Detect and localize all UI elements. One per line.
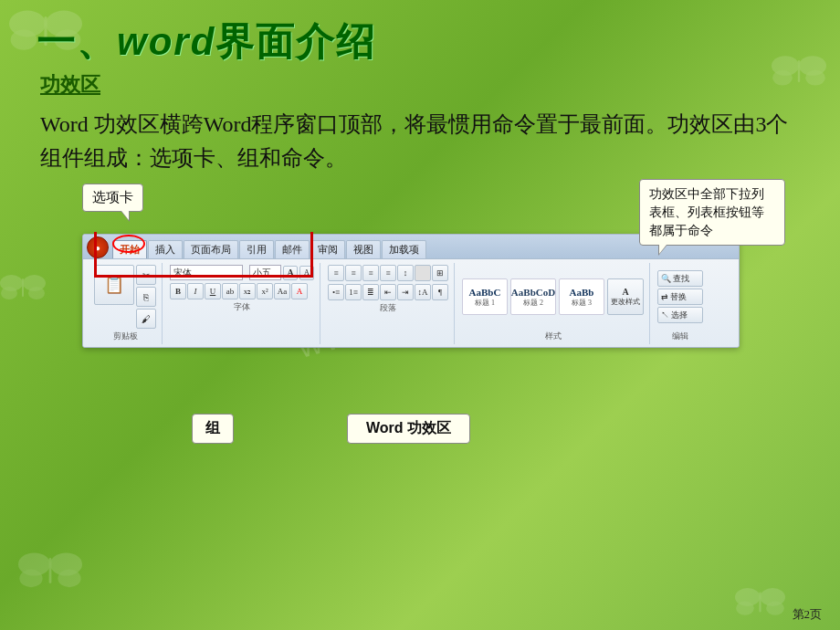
yangshi-label: 样式 [545,331,562,342]
bullet-list-button[interactable]: •≡ [328,284,344,300]
style-sample-heading3-preview: AaBb [570,287,594,298]
show-hide-button[interactable]: ¶ [432,284,448,300]
paragraph-list-row: •≡ 1≡ ≣ ⇤ ⇥ ↕A ¶ [328,284,448,300]
ribbon-tab-jiazaixiang[interactable]: 加载项 [382,240,426,258]
font-format-row: B I U ab x₂ x² Aa A [170,283,314,299]
ribbon-group-bianji: 🔍 查找 ⇄ 替换 ↖ 选择 编辑 [652,263,709,344]
style-samples-row: AaBbC 标题 1 AaBbCoD 标题 2 AaBb 标题 3 A [462,265,644,329]
clear-format-button[interactable]: Aa [274,283,290,299]
ribbon-tab-shenyue[interactable]: 审阅 [310,240,345,258]
title-word-en: word [117,20,215,63]
numbered-list-button[interactable]: 1≡ [345,284,362,300]
paragraph-align-row: ≡ ≡ ≡ ≡ ↕ ⊞ [328,265,448,281]
label-zu: 组 [192,414,234,444]
paragraph-controls: ≡ ≡ ≡ ≡ ↕ ⊞ •≡ 1≡ ≣ ⇤ [328,265,448,300]
replace-button[interactable]: ⇄ 替换 [657,289,703,305]
style-sample-heading3[interactable]: AaBb 标题 3 [559,278,604,315]
select-button[interactable]: ↖ 选择 [657,307,703,323]
style-sample-heading3-label: 标题 3 [572,298,592,308]
change-styles-label: 更改样式 [611,297,640,307]
sort-button[interactable]: ↕A [415,284,431,300]
indent-increase-button[interactable]: ⇥ [397,284,414,300]
underline-button[interactable]: U [205,283,221,299]
strikethrough-button[interactable]: ab [222,283,238,299]
page-title: 一、word界面介绍 [37,16,803,68]
font-color-button[interactable]: A [291,283,308,299]
change-styles-button[interactable]: A 更改样式 [607,278,644,315]
indent-decrease-button[interactable]: ⇤ [380,284,396,300]
ribbon-group-yangshi: AaBbC 标题 1 AaBbCoD 标题 2 AaBb 标题 3 A [457,263,650,344]
align-left-button[interactable]: ≡ [328,265,344,281]
style-sample-heading2-preview: AaBbCoD [511,287,555,298]
ribbon-group-duanluo: ≡ ≡ ≡ ≡ ↕ ⊞ •≡ 1≡ ≣ ⇤ [322,263,455,344]
diagram-area: 功效区中全部下拉列表框、列表框按钮等都属于命令 选项卡 ● 开始 插入 页面布局… [37,188,803,453]
duanluo-label: 段落 [380,302,396,314]
border-button[interactable]: ⊞ [432,265,448,281]
align-center-button[interactable]: ≡ [345,265,362,281]
find-button[interactable]: 🔍 查找 [657,270,703,287]
bianji-label: 编辑 [672,331,688,342]
align-justify-button[interactable]: ≡ [380,265,396,281]
title-prefix: 一、 [37,20,117,63]
shading-button[interactable] [415,265,431,281]
style-sample-heading1-preview: AaBbC [469,287,501,298]
style-sample-heading2[interactable]: AaBbCoD 标题 2 [510,278,556,315]
superscript-button[interactable]: x² [257,283,273,299]
subscript-button[interactable]: x₂ [239,283,256,299]
subtitle: 功效区 [40,71,803,99]
ziti-label: 字体 [234,301,250,313]
copy-button[interactable]: ⎘ [136,287,156,307]
style-sample-heading2-label: 标题 2 [523,298,543,308]
callout-xuanxiangka: 选项卡 [82,184,143,212]
change-styles-icon: A [622,287,628,297]
jiantieban-label: 剪贴板 [113,331,138,342]
page-number: 第2页 [793,606,823,623]
style-sample-heading1-label: 标题 1 [475,298,495,308]
bold-button[interactable]: B [170,283,186,299]
title-suffix: 界面介绍 [215,20,376,63]
callout-command-description: 功效区中全部下拉列表框、列表框按钮等都属于命令 [639,179,785,246]
ribbon-tab-shitu[interactable]: 视图 [346,240,381,258]
edit-buttons: 🔍 查找 ⇄ 替换 ↖ 选择 [657,265,703,329]
body-text: Word 功效区横跨Word程序窗口顶部，将最惯用命令置于最前面。功效区由3个组… [40,108,789,175]
line-spacing-button[interactable]: ↕ [397,265,414,281]
italic-button[interactable]: I [187,283,204,299]
content-area: 一、word界面介绍 功效区 Word 功效区横跨Word程序窗口顶部，将最惯用… [0,0,840,630]
label-word-gongneng: Word 功效区 [347,414,470,444]
red-bracket-lines [94,232,313,278]
format-painter-button[interactable]: 🖌 [136,309,156,329]
multilevel-list-button[interactable]: ≣ [362,284,379,300]
align-right-button[interactable]: ≡ [362,265,379,281]
style-sample-heading1[interactable]: AaBbC 标题 1 [462,278,508,315]
